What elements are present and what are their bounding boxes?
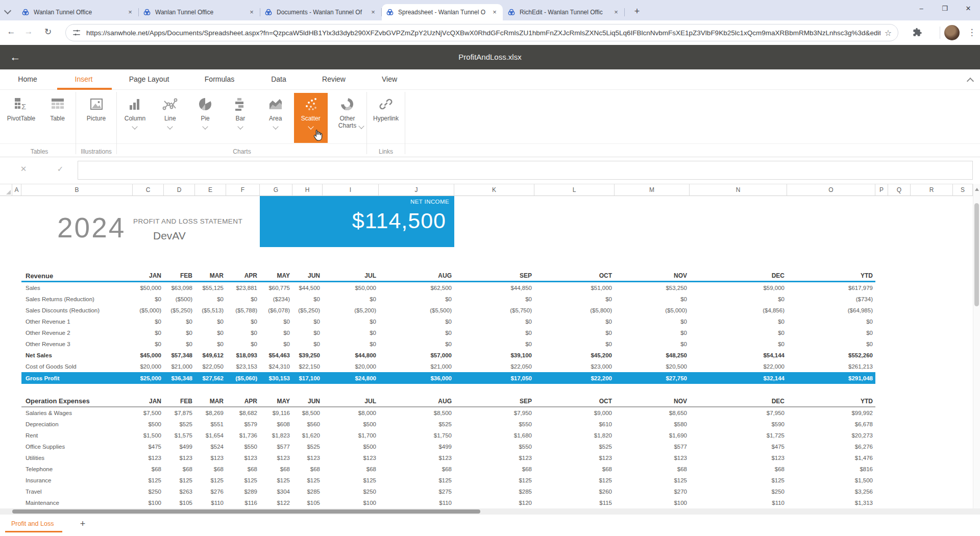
cell-value[interactable]: $23,000 bbox=[534, 363, 615, 370]
cell-value[interactable]: ($500) bbox=[164, 296, 195, 302]
cell-value[interactable]: $0 bbox=[787, 341, 875, 347]
tab-close-icon[interactable]: × bbox=[126, 8, 134, 16]
chevron-down-icon[interactable] bbox=[167, 124, 173, 129]
cell-value[interactable]: $62,500 bbox=[379, 285, 454, 291]
cell-value[interactable]: $125 bbox=[164, 477, 195, 483]
row-label[interactable]: Operation Expenses bbox=[21, 397, 133, 405]
cell-value[interactable]: $0 bbox=[615, 296, 690, 302]
cancel-entry-icon[interactable]: ✕ bbox=[17, 164, 30, 174]
cell-value[interactable]: $261,213 bbox=[787, 363, 875, 370]
net-income-cell[interactable]: NET INCOME $114,500 bbox=[260, 196, 454, 247]
cell-value[interactable]: ($234) bbox=[260, 296, 292, 302]
tab-close-icon[interactable]: × bbox=[491, 8, 499, 16]
vertical-scrollbar[interactable] bbox=[973, 184, 980, 508]
cell-value[interactable]: $110 bbox=[690, 500, 787, 506]
cell-value[interactable]: $499 bbox=[164, 444, 195, 450]
cell-value[interactable]: $577 bbox=[615, 444, 690, 450]
cell-value[interactable]: $0 bbox=[615, 319, 690, 325]
cell-value[interactable]: $8,269 bbox=[195, 410, 226, 416]
cell-value[interactable]: $0 bbox=[133, 319, 164, 325]
cell-value[interactable]: $0 bbox=[292, 330, 323, 336]
cell-value[interactable]: $55,125 bbox=[195, 285, 226, 291]
cell-value[interactable]: $0 bbox=[164, 341, 195, 347]
cell-value[interactable]: $250 bbox=[323, 489, 379, 495]
cell-value[interactable]: $44,850 bbox=[454, 285, 534, 291]
cell-value[interactable]: $500 bbox=[133, 421, 164, 427]
cell-value[interactable]: $0 bbox=[195, 341, 226, 347]
cell-value[interactable]: $0 bbox=[534, 330, 615, 336]
cell-value[interactable]: $1,700 bbox=[323, 432, 379, 438]
cell-value[interactable]: $20,000 bbox=[133, 363, 164, 370]
cell-value[interactable]: $48,250 bbox=[615, 352, 690, 358]
cell-value[interactable]: $68 bbox=[615, 466, 690, 472]
address-bar[interactable]: https://sanwhole.net/Apps/Documents/Spre… bbox=[65, 24, 898, 41]
table-button[interactable]: Table bbox=[41, 93, 75, 143]
cell-value[interactable]: $7,950 bbox=[454, 410, 534, 416]
cell-value[interactable]: $105 bbox=[292, 500, 323, 506]
cell-value[interactable]: AUG bbox=[379, 398, 454, 405]
cell-value[interactable]: ($5,000) bbox=[133, 307, 164, 313]
statement-title[interactable]: PROFIT AND LOSS STATEMENT bbox=[133, 217, 242, 225]
cell-value[interactable]: ($4,856) bbox=[690, 307, 787, 313]
forward-icon[interactable]: → bbox=[22, 27, 35, 37]
cell-value[interactable]: $105 bbox=[164, 500, 195, 506]
cell-value[interactable]: $0 bbox=[133, 330, 164, 336]
column-header-M[interactable]: M bbox=[615, 184, 690, 196]
area-chart-button[interactable]: Area bbox=[259, 93, 292, 143]
ribbon-tab-formulas[interactable]: Formulas bbox=[202, 69, 237, 90]
hyperlink-button[interactable]: Hyperlink bbox=[369, 93, 403, 143]
pie-chart-button[interactable]: Pie bbox=[188, 93, 222, 143]
cell-value[interactable]: $1,736 bbox=[226, 432, 260, 438]
back-icon[interactable]: ← bbox=[5, 27, 17, 37]
cell-value[interactable]: ($5,200) bbox=[323, 307, 379, 313]
cell-value[interactable]: $53,250 bbox=[615, 285, 690, 291]
cell-value[interactable]: JUN bbox=[292, 398, 323, 405]
cell-value[interactable]: $3,256 bbox=[787, 489, 875, 495]
cell-value[interactable]: $116 bbox=[226, 500, 260, 506]
cell-value[interactable]: $1,823 bbox=[260, 432, 292, 438]
cell-value[interactable]: $816 bbox=[787, 466, 875, 472]
cell-value[interactable]: $125 bbox=[323, 477, 379, 483]
cell-value[interactable]: ($5,500) bbox=[379, 307, 454, 313]
cell-value[interactable]: $123 bbox=[292, 455, 323, 461]
column-header-C[interactable]: C bbox=[133, 184, 164, 196]
cell-value[interactable]: $123 bbox=[195, 455, 226, 461]
cell-value[interactable]: ($5,060) bbox=[226, 375, 260, 381]
cell-value[interactable]: $8,650 bbox=[615, 410, 690, 416]
cell-value[interactable]: JUL bbox=[323, 398, 379, 405]
cell-value[interactable]: DEC bbox=[690, 272, 787, 279]
cell-value[interactable]: $0 bbox=[454, 330, 534, 336]
cell-value[interactable]: $123 bbox=[133, 455, 164, 461]
ribbon-tab-data[interactable]: Data bbox=[268, 69, 289, 90]
cell-value[interactable]: $0 bbox=[379, 319, 454, 325]
extensions-icon[interactable] bbox=[912, 27, 923, 38]
cell-value[interactable]: $550 bbox=[454, 421, 534, 427]
add-sheet-button[interactable]: + bbox=[76, 516, 90, 532]
cell-value[interactable]: APR bbox=[226, 398, 260, 405]
cell-value[interactable]: $525 bbox=[534, 444, 615, 450]
browser-tab-4-active[interactable]: Spreadsheet - Wanlan Tunnel O × bbox=[382, 4, 503, 20]
cell-value[interactable]: $68 bbox=[323, 466, 379, 472]
column-header-N[interactable]: N bbox=[690, 184, 787, 196]
cell-value[interactable]: $0 bbox=[534, 296, 615, 302]
cell-value[interactable]: $285 bbox=[292, 489, 323, 495]
ribbon-tab-home[interactable]: Home bbox=[15, 69, 40, 90]
cell-value[interactable]: YTD bbox=[787, 272, 875, 279]
cell-value[interactable]: $100 bbox=[323, 500, 379, 506]
row-label[interactable]: Sales Returns (Reduction) bbox=[21, 296, 133, 302]
company-name[interactable]: DevAV bbox=[153, 230, 186, 242]
column-header-R[interactable]: R bbox=[911, 184, 953, 196]
row-label[interactable]: Utilities bbox=[21, 455, 133, 461]
cell-value[interactable]: $1,750 bbox=[379, 432, 454, 438]
cell-value[interactable]: $0 bbox=[379, 330, 454, 336]
cell-value[interactable]: $1,620 bbox=[292, 432, 323, 438]
cell-value[interactable]: $263 bbox=[164, 489, 195, 495]
new-tab-button[interactable]: + bbox=[630, 5, 644, 18]
cell-value[interactable]: JUL bbox=[323, 272, 379, 279]
column-header-K[interactable]: K bbox=[454, 184, 534, 196]
cell-value[interactable]: $525 bbox=[379, 421, 454, 427]
cell-value[interactable]: $17,100 bbox=[292, 375, 323, 381]
cell-value[interactable]: $125 bbox=[615, 477, 690, 483]
cell-value[interactable]: $0 bbox=[133, 341, 164, 347]
cell-value[interactable]: $1,654 bbox=[195, 432, 226, 438]
